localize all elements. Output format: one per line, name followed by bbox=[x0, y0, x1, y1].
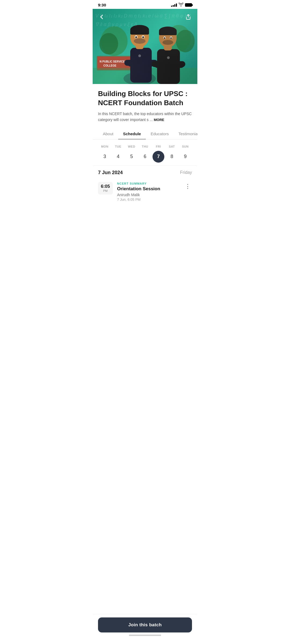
day-sun: SUN bbox=[179, 145, 192, 148]
day-sat: SAT bbox=[165, 145, 179, 148]
session-time-block: 6:05 PM bbox=[98, 182, 113, 195]
share-button[interactable] bbox=[183, 12, 193, 22]
battery-icon bbox=[185, 3, 192, 7]
date-4[interactable]: 4 bbox=[111, 151, 125, 163]
session-title: Orientation Session bbox=[117, 186, 179, 192]
course-title: Building Blocks for UPSC : NCERT Foundat… bbox=[98, 89, 192, 108]
tabs-nav: About Schedule Educators Testimonials bbox=[93, 128, 197, 140]
course-description: In this NCERT batch, the top educators w… bbox=[98, 111, 192, 123]
wifi-icon bbox=[179, 3, 183, 7]
day-tue: TUE bbox=[111, 145, 125, 148]
date-7-active[interactable]: 7 bbox=[153, 151, 164, 163]
session-time-value: 6:05 bbox=[100, 184, 111, 189]
hero-nav bbox=[93, 12, 197, 22]
session-info: NCERT SUMMARY Orientation Session Anirud… bbox=[117, 182, 179, 202]
date-6[interactable]: 6 bbox=[138, 151, 152, 163]
tab-educators[interactable]: Educators bbox=[146, 128, 174, 139]
tab-about[interactable]: About bbox=[98, 128, 118, 139]
schedule-date: 7 Jun 2024 bbox=[98, 170, 123, 175]
signal-icon bbox=[171, 3, 177, 7]
tab-schedule[interactable]: Schedule bbox=[118, 128, 146, 139]
content-area: Building Blocks for UPSC : NCERT Foundat… bbox=[93, 84, 197, 237]
schedule-date-header: 7 Jun 2024 Friday bbox=[98, 166, 192, 179]
back-button[interactable] bbox=[97, 12, 107, 22]
hero-banner: V f₁ t₀ I₁ I₂ k₂ D m η t₁ k₁ e l ω σ ∑ ∫… bbox=[93, 9, 197, 84]
session-datetime: 7 Jun, 6:05 PM bbox=[117, 197, 179, 202]
status-icons bbox=[171, 3, 192, 7]
status-time: 9:30 bbox=[98, 3, 106, 7]
date-9[interactable]: 9 bbox=[179, 151, 192, 163]
session-card: 6:05 PM NCERT SUMMARY Orientation Sessio… bbox=[98, 179, 192, 205]
date-3[interactable]: 3 bbox=[98, 151, 111, 163]
date-5[interactable]: 5 bbox=[125, 151, 138, 163]
day-thu: THU bbox=[138, 145, 152, 148]
schedule-day: Friday bbox=[180, 170, 192, 175]
week-dates: 3 4 5 6 7 8 9 bbox=[98, 151, 192, 163]
calendar-week: MON TUE WED THU FRI SAT SUN 3 4 5 6 7 8 … bbox=[93, 140, 197, 165]
session-time-period: PM bbox=[100, 189, 111, 192]
session-menu-button[interactable]: ⋮ bbox=[184, 182, 192, 191]
session-category: NCERT SUMMARY bbox=[117, 182, 179, 185]
day-wed: WED bbox=[125, 145, 138, 148]
more-link[interactable]: MORE bbox=[154, 118, 164, 122]
day-mon: MON bbox=[98, 145, 111, 148]
week-days-header: MON TUE WED THU FRI SAT SUN bbox=[98, 145, 192, 148]
session-educator: Anirudh Malik bbox=[117, 193, 179, 197]
day-fri: FRI bbox=[152, 145, 165, 148]
tab-testimonials[interactable]: Testimonials bbox=[173, 128, 197, 139]
status-bar: 9:30 bbox=[93, 0, 197, 9]
date-8[interactable]: 8 bbox=[165, 151, 179, 163]
